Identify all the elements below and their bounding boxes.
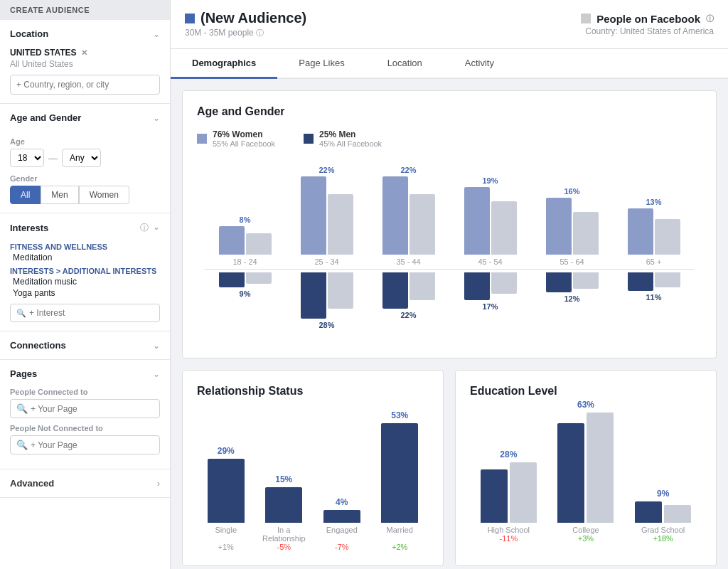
not-connected-label: People Not Connected to: [10, 424, 160, 432]
location-section: Location ⌄ UNITED STATES ✕ All United St…: [0, 20, 170, 104]
edu-bar-pair: [557, 413, 614, 523]
age-gender-chart-title: Age and Gender: [197, 105, 702, 118]
women-bar-pct: 8%: [240, 216, 251, 224]
women-bar-pct: 22%: [318, 166, 334, 174]
education-chart-card: Education Level 28%63%9% High SchoolColl…: [455, 370, 717, 566]
interest-search[interactable]: 🔍: [10, 304, 160, 322]
interest-search-input[interactable]: [29, 308, 154, 318]
rel-deltas-row: +1%-5%-7%+2%: [197, 543, 429, 551]
edu-bar-pct: 28%: [500, 450, 517, 459]
audience-left: (New Audience) 30M - 35M people ⓘ: [185, 10, 306, 38]
men-bar: [464, 272, 490, 300]
rel-bar-group: 29%: [208, 446, 245, 523]
facebook-label-text: People on Facebook: [596, 13, 700, 25]
location-section-title: Location: [10, 28, 48, 39]
women-bar: [219, 226, 245, 255]
not-connected-input-row[interactable]: 🔍: [10, 435, 160, 454]
women-bar-pair: [219, 226, 272, 255]
legend-women: 76% Women 55% All Facebook: [197, 129, 275, 148]
facebook-women-bar: [246, 233, 272, 255]
age-gender-section-header[interactable]: Age and Gender ⌄: [0, 104, 170, 132]
men-bar-pair: [546, 272, 599, 292]
rel-labels-row: SingleIn a RelationshipEngagedMarried: [197, 526, 429, 543]
tab-demographics[interactable]: Demographics: [171, 49, 277, 79]
age-to-select[interactable]: Any65: [62, 149, 101, 167]
facebook-men-bar: [655, 272, 680, 287]
relationship-chart-title: Relationship Status: [197, 385, 429, 398]
tabs-bar: Demographics Page Likes Location Activit…: [171, 49, 728, 79]
connected-input-row[interactable]: 🔍: [10, 399, 160, 418]
rel-delta: -7%: [317, 543, 367, 551]
legend-women-text: 76% Women 55% All Facebook: [213, 129, 275, 148]
women-bar-group: 22%: [377, 166, 441, 255]
location-input[interactable]: [10, 75, 160, 95]
chevron-down-icon-age: ⌄: [153, 113, 160, 123]
rel-bar-pct: 29%: [218, 446, 235, 456]
edu-bar-group: 9%: [635, 489, 691, 523]
close-country-icon[interactable]: ✕: [81, 48, 87, 58]
tab-activity[interactable]: Activity: [444, 49, 515, 79]
audience-title: (New Audience): [185, 10, 306, 26]
facebook-women-bar: [328, 194, 353, 255]
facebook-country: Country: United States of America: [581, 26, 714, 36]
chevron-right-icon: ›: [157, 478, 160, 489]
connections-section-header[interactable]: Connections ⌄: [0, 331, 170, 359]
men-bar-pair: [464, 272, 517, 300]
women-bars-row: 8%22%22%19%16%13%: [197, 155, 702, 255]
facebook-women-bar: [655, 219, 680, 255]
rel-bar: [265, 487, 302, 523]
rel-delta: +2%: [375, 543, 424, 551]
connected-input[interactable]: [31, 404, 154, 414]
edu-bar-pct: 63%: [577, 400, 594, 410]
info-icon-audience[interactable]: ⓘ: [256, 28, 264, 37]
pages-section-header[interactable]: Pages ⌄: [0, 360, 170, 388]
edu-delta: -11%: [476, 534, 540, 543]
interests-icons: ⓘ ⌄: [140, 222, 160, 234]
men-bar-group: 12%: [540, 272, 604, 303]
tab-location[interactable]: Location: [366, 49, 444, 79]
men-bar: [301, 272, 326, 319]
women-bar-pct: 13%: [646, 198, 661, 206]
age-from-select[interactable]: 182125: [10, 149, 44, 167]
search-icon: 🔍: [16, 309, 26, 318]
men-bar-pct: 17%: [482, 302, 498, 311]
women-bar-pct: 16%: [564, 187, 579, 196]
women-bar: [546, 198, 572, 255]
age-gender-content: Age 182125 — Any65 Gender All Men Women: [0, 132, 170, 213]
interest-category-additional: INTERESTS > ADDITIONAL INTERESTS: [10, 267, 160, 275]
chevron-down-icon-interests[interactable]: ⌄: [153, 222, 160, 234]
not-connected-input[interactable]: [31, 440, 154, 450]
rel-label: Married: [375, 526, 424, 543]
men-bar-group: 22%: [377, 272, 441, 319]
sidebar-header: CREATE AUDIENCE: [0, 0, 170, 20]
gender-women-button[interactable]: Women: [79, 186, 129, 204]
location-section-header[interactable]: Location ⌄: [0, 20, 170, 48]
age-dash: —: [48, 153, 58, 164]
men-legend-box: [304, 134, 314, 144]
edu-bars: 28%63%9%: [470, 409, 702, 523]
women-bar: [382, 176, 408, 255]
edu-bar-pct: 9%: [657, 489, 669, 499]
rel-bars: 29%15%4%53%: [197, 409, 429, 523]
search-icon-not-connected: 🔍: [16, 440, 28, 450]
edu-delta: +3%: [554, 534, 618, 543]
chevron-down-icon-pages: ⌄: [153, 369, 160, 379]
advanced-section-header[interactable]: Advanced ›: [0, 469, 170, 497]
men-bar-group: 17%: [459, 272, 523, 311]
age-group-label: 35 - 44: [377, 257, 441, 266]
age-gender-title: Age and Gender: [10, 112, 81, 123]
women-bar: [301, 176, 326, 255]
tab-page-likes[interactable]: Page Likes: [277, 49, 365, 79]
gender-men-button[interactable]: Men: [41, 186, 78, 204]
men-bar: [546, 272, 572, 292]
info-icon[interactable]: ⓘ: [140, 222, 149, 234]
chevron-down-icon: ⌄: [153, 29, 160, 39]
info-icon-facebook[interactable]: ⓘ: [706, 14, 714, 24]
age-row: 182125 — Any65: [10, 149, 160, 167]
rel-bar: [323, 510, 360, 523]
women-legend-box: [197, 134, 207, 144]
facebook-women-bar: [410, 194, 435, 255]
facebook-men-bar: [573, 272, 599, 289]
age-gender-chart-card: Age and Gender 76% Women 55% All Faceboo…: [182, 90, 717, 358]
gender-all-button[interactable]: All: [10, 186, 41, 204]
